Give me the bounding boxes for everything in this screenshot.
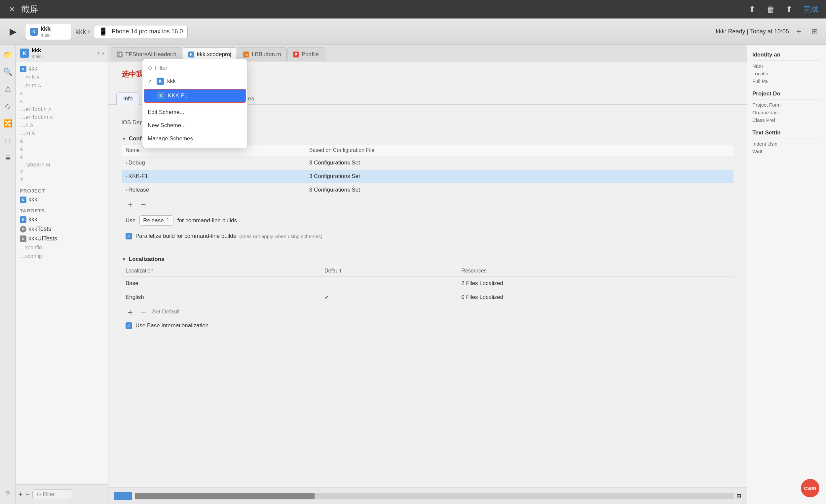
configurations-section: ▼ Configurations Name Based on Configura… [122,133,733,243]
file-icon: K [20,66,26,72]
parallelize-checkbox[interactable]: ✓ [126,233,132,240]
config-add-remove: + − [122,197,733,211]
table-row[interactable]: › Release 3 Configurations Set [122,183,733,197]
dropdown-action-new[interactable]: New Scheme... [142,119,247,132]
tab-podfile-label: Podfile [302,51,319,58]
sidebar-search-icon[interactable]: 🔍 [2,66,14,78]
use-base-intl-checkbox[interactable]: ✓ [126,322,132,329]
list-item[interactable]: K kkk [16,64,108,74]
done-button[interactable]: 完成 [804,4,818,14]
breadcrumb-scheme[interactable]: kkk [75,27,86,36]
sidebar-debug-icon[interactable]: 🔀 [2,118,14,129]
dropdown-kkkf1-check: ✓ [149,93,153,99]
device-selector[interactable]: 📱 iPhone 14 pro max ios 16.0 [94,25,188,38]
set-default-label[interactable]: Set Default [152,309,180,315]
localizations-chevron: ▼ [122,257,126,262]
left-sidebar: 📁 🔍 ⚠ ◇ 🔀 □ ≣ ? [0,45,16,504]
table-row[interactable]: English ✓ 0 Files Localized [122,290,733,305]
sidebar-help-icon[interactable]: ? [2,488,14,500]
cmdline-select[interactable]: Release ⌃ [139,215,173,226]
cmdline-use-label: Use [126,217,135,224]
breadcrumb: kkk › [75,27,90,36]
target-uitests-icon: U [20,236,26,242]
nav-scheme-name: kkk [32,47,95,54]
filter-icon: ⊙ [37,491,41,497]
identity-title: Identity an [752,52,821,60]
dropdown-kkkf1-label: KKK-F1 [168,92,188,99]
dropdown-filter-input[interactable] [155,65,242,71]
inspector-toggle-button[interactable]: ⊞ [809,26,821,38]
inspector-panel-button[interactable]: ⊞ [736,493,742,500]
width-row: Widt [752,149,821,154]
loc-row-base-resources: 2 Files Localized [457,277,733,290]
table-row[interactable]: › KKK-F1 3 Configurations Set [122,170,733,183]
right-panel: Identity an Nam Locatio Full Pa Project … [747,45,826,504]
scheme-selector[interactable]: K kkk main [25,23,71,40]
nav-remove-button[interactable]: − [25,490,30,499]
nav-back-button[interactable]: ‹ [98,50,100,57]
upload-icon[interactable]: ⬆ [749,4,756,14]
dropdown-item-kkkf1[interactable]: ✓ K KKK-F1 [144,89,246,103]
project-form-row: Project Form [752,102,821,108]
class-pref-row: Class Pref [752,117,821,123]
loc-remove-button[interactable]: − [139,307,148,316]
dropdown-search-icon: ⊙ [148,64,152,71]
target-kkk-icon: K [20,216,26,223]
share-icon[interactable]: ⬆ [786,4,793,14]
tab-podfile[interactable]: P Podfile [287,47,324,61]
loc-add-remove: + − Set Default [122,305,733,319]
tab-info[interactable]: Info [116,92,139,105]
table-row[interactable]: Base 2 Files Localized [122,277,733,290]
dropdown-action-edit[interactable]: Edit Scheme... [142,106,247,119]
add-tab-button[interactable]: + [793,26,805,38]
sidebar-warning-icon[interactable]: ⚠ [2,83,14,95]
nav-add-button[interactable]: + [18,490,23,499]
sidebar-item-target-kkkTests[interactable]: ⚙ kkkTests [16,224,108,234]
file-nav-content: K kkk …er.h A …er.m A A A …enTool.h A …e… [16,61,108,484]
loc-row-en-default: ✓ [320,290,457,305]
nav-filter-area[interactable]: ⊙ Filter [33,490,72,499]
dropdown-manage-schemes-label: Manage Schemes... [148,135,197,142]
sidebar-report-icon[interactable]: □ [2,135,14,147]
dropdown-item-kkk[interactable]: ✓ K kkk [142,74,247,88]
breadcrumb-separator: › [87,27,90,36]
target-uitests-name: kkkUITests [28,235,57,242]
class-pref-label: Class Pref [752,117,775,123]
project-doc-section: Project Do Project Form Organizatio Clas… [752,90,821,123]
trash-icon[interactable]: 🗑 [767,4,775,14]
localizations-title[interactable]: ▼ Localizations [122,253,733,265]
nav-scheme-sub: main [32,54,95,59]
main-area: 📁 🔍 ⚠ ◇ 🔀 □ ≣ ? K kkk main ‹ › [0,45,826,504]
sidebar-item-project-kkk[interactable]: K kkk [16,195,108,204]
tab-lbbutton-icon: m [243,52,249,57]
org-row: Organizatio [752,110,821,115]
nav-forward-button[interactable]: › [102,50,104,57]
config-add-button[interactable]: + [126,199,135,209]
run-button[interactable]: ▶ [5,25,21,38]
csdn-watermark[interactable]: CSDN [801,479,819,497]
loc-col-default: Default [320,265,457,277]
dropdown-edit-scheme-label: Edit Scheme... [148,109,184,116]
dropdown-action-manage[interactable]: Manage Schemes... [142,132,247,145]
sidebar-test-icon[interactable]: ◇ [2,101,14,112]
cmdline-suffix: for command-line builds [177,217,237,224]
config-row-release-config: 3 Configurations Set [305,183,733,197]
config-row-debug-config: 3 Configurations Set [305,156,733,170]
loc-add-button[interactable]: + [126,307,135,316]
project-doc-title: Project Do [752,90,821,100]
sidebar-folder-icon[interactable]: 📁 [2,49,14,61]
use-base-intl-label: Use Base Internationalization [135,322,209,329]
targets-section-label: TARGETS [16,204,108,215]
table-row[interactable]: › Debug 3 Configurations Set [122,156,733,170]
close-button[interactable]: ✕ [8,5,16,13]
cmdline-row: Use Release ⌃ for command-line builds [122,211,733,230]
sidebar-source-icon[interactable]: ≣ [2,152,14,164]
tab-xcodeproj-label: kkk.xcodeproj [197,51,231,58]
tab-xcodeproj-icon: K [188,52,194,57]
sidebar-item-target-kkkUITests[interactable]: U kkkUITests [16,234,108,243]
config-remove-button[interactable]: − [139,199,148,209]
identity-fullpath-label: Full Pa [752,78,768,84]
config-row-kkkf1-name: › KKK-F1 [122,170,305,183]
dropdown-kkk-label: kkk [167,78,176,84]
sidebar-item-target-kkk[interactable]: K kkk [16,215,108,224]
